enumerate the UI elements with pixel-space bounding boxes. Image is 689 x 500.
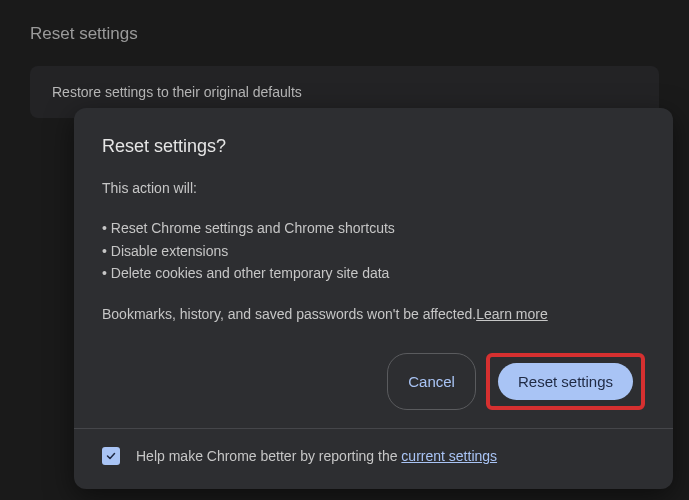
dialog-body: This action will: • Reset Chrome setting… <box>102 177 645 325</box>
dialog-intro-text: This action will: <box>102 177 645 199</box>
cancel-button[interactable]: Cancel <box>387 353 476 410</box>
footer-text: Help make Chrome better by reporting the… <box>136 448 497 464</box>
dialog-footer: Help make Chrome better by reporting the… <box>102 443 645 471</box>
dialog-note: Bookmarks, history, and saved passwords … <box>102 303 645 325</box>
reset-settings-button[interactable]: Reset settings <box>498 363 633 400</box>
learn-more-link[interactable]: Learn more <box>476 306 548 322</box>
current-settings-link[interactable]: current settings <box>401 448 497 464</box>
dialog-title: Reset settings? <box>102 136 645 157</box>
checkmark-icon <box>105 450 117 462</box>
note-text: Bookmarks, history, and saved passwords … <box>102 306 476 322</box>
dialog-bullets: • Reset Chrome settings and Chrome short… <box>102 217 645 284</box>
page-title: Reset settings <box>30 24 659 44</box>
dialog-button-row: Cancel Reset settings <box>102 353 645 410</box>
bullet-item: • Delete cookies and other temporary sit… <box>102 262 645 284</box>
reset-settings-dialog: Reset settings? This action will: • Rese… <box>74 108 673 489</box>
bullet-item: • Reset Chrome settings and Chrome short… <box>102 217 645 239</box>
dialog-divider <box>74 428 673 429</box>
reporting-checkbox[interactable] <box>102 447 120 465</box>
footer-text-prefix: Help make Chrome better by reporting the <box>136 448 401 464</box>
bullet-item: • Disable extensions <box>102 240 645 262</box>
highlight-box: Reset settings <box>486 353 645 410</box>
